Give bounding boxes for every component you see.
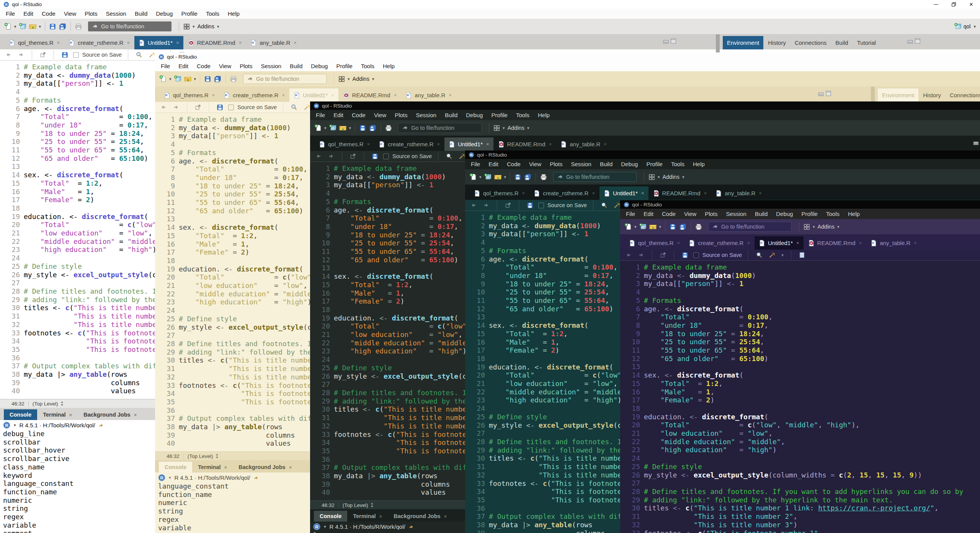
save-all-button[interactable] xyxy=(368,124,378,132)
menu-item-edit[interactable]: Edit xyxy=(329,112,348,118)
env-tab-connections[interactable]: Connections xyxy=(946,88,980,102)
save-button[interactable] xyxy=(358,124,368,132)
pane-layout-caret[interactable]: ▾ xyxy=(812,224,816,229)
new-project-button[interactable] xyxy=(18,22,28,31)
show-directory-icon[interactable] xyxy=(253,475,259,481)
tab-create-rstheme-r[interactable]: Rcreate_rstheme.R× xyxy=(64,36,134,49)
environment-pane-window-buttons[interactable] xyxy=(906,38,923,44)
tab-close-icon[interactable]: × xyxy=(521,190,525,196)
tab-close-icon[interactable]: × xyxy=(448,92,452,98)
tab-close-icon[interactable]: × xyxy=(436,141,440,147)
save-button[interactable] xyxy=(48,22,57,31)
menu-item-profile[interactable]: Profile xyxy=(177,10,202,17)
menu-item-session[interactable]: Session xyxy=(102,10,131,17)
menu-item-build[interactable]: Build xyxy=(131,10,152,17)
pane-layout-caret[interactable]: ▾ xyxy=(501,126,506,131)
tab-untitled1-[interactable]: RUntitled1*× xyxy=(599,186,648,200)
tab-create-rstheme-r[interactable]: Rcreate_rstheme.R× xyxy=(684,236,754,250)
new-file-button[interactable] xyxy=(623,222,633,231)
new-project-button[interactable] xyxy=(483,172,493,181)
tab-readme-rmd[interactable]: RREADME.Rmd× xyxy=(494,137,556,151)
menu-item-tools[interactable]: Tools xyxy=(512,112,534,118)
tab-close-icon[interactable]: × xyxy=(858,240,862,246)
menu-item-debug[interactable]: Debug xyxy=(462,112,487,118)
tab-create-rstheme-r[interactable]: Rcreate_rstheme.R× xyxy=(529,186,599,200)
menu-item-plots[interactable]: Plots xyxy=(235,63,256,69)
console-tab-close-icon[interactable]: × xyxy=(133,412,137,418)
goto-file-function-input[interactable]: Go to file/function xyxy=(243,74,327,84)
tab-any-table-r[interactable]: Rany_table.R× xyxy=(246,36,301,49)
tab-close-icon[interactable]: × xyxy=(175,40,179,46)
tab-close-icon[interactable]: × xyxy=(293,40,297,46)
menu-item-session[interactable]: Session xyxy=(412,112,441,118)
menu-item-code[interactable]: Code xyxy=(193,63,215,69)
menu-item-help[interactable]: Help xyxy=(224,10,244,17)
source-on-save-checkbox[interactable] xyxy=(73,52,79,58)
console-tab-close-icon[interactable]: × xyxy=(288,464,292,470)
tab-untitled1-[interactable]: RUntitled1*× xyxy=(289,88,338,102)
menu-item-edit[interactable]: Edit xyxy=(19,10,38,17)
tab-close-icon[interactable]: × xyxy=(640,190,644,196)
addins-menu[interactable]: Addins▾ xyxy=(661,174,687,180)
menu-item-tools[interactable]: Tools xyxy=(357,63,379,69)
tab-qol-themes-r[interactable]: Rqol_themes.R× xyxy=(160,88,219,102)
back-button[interactable] xyxy=(314,152,323,160)
menu-item-profile[interactable]: Profile xyxy=(642,161,667,167)
menu-item-debug[interactable]: Debug xyxy=(307,63,332,69)
editor-save-button[interactable] xyxy=(525,201,535,210)
console-tab-console[interactable]: Console xyxy=(4,409,37,420)
menu-item-file[interactable]: File xyxy=(157,63,174,69)
tab-readme-rmd[interactable]: RREADME.Rmd× xyxy=(649,186,711,200)
tab-create-rstheme-r[interactable]: Rcreate_rstheme.R× xyxy=(374,137,444,151)
show-directory-icon[interactable] xyxy=(98,423,104,428)
source-on-save-checkbox[interactable] xyxy=(538,203,544,208)
tab-readme-rmd[interactable]: RREADME.Rmd× xyxy=(339,88,401,102)
menu-item-help[interactable]: Help xyxy=(844,211,864,217)
console-tab-console[interactable]: Console xyxy=(159,462,192,473)
scope-selector[interactable]: (Top Level) xyxy=(188,453,219,459)
save-all-button[interactable] xyxy=(57,22,68,31)
pane-layout-button[interactable] xyxy=(802,222,812,231)
open-in-window-button[interactable] xyxy=(193,103,203,111)
menu-item-edit[interactable]: Edit xyxy=(484,161,503,167)
new-file-caret[interactable]: ▾ xyxy=(633,224,638,229)
addins-menu[interactable]: Addins▾ xyxy=(506,125,532,131)
pane-layout-caret[interactable]: ▾ xyxy=(657,175,661,180)
open-file-caret[interactable]: ▾ xyxy=(658,224,663,229)
open-file-caret[interactable]: ▾ xyxy=(503,175,508,180)
console-tab-console[interactable]: Console xyxy=(314,511,347,522)
env-tab-environment[interactable]: Environment xyxy=(723,36,763,49)
tab-untitled1-[interactable]: RUntitled1*× xyxy=(134,36,183,49)
forward-button[interactable] xyxy=(172,103,181,111)
source-on-save-checkbox[interactable] xyxy=(383,154,389,159)
menu-item-file[interactable]: File xyxy=(467,161,484,167)
r-version-caret[interactable]: ▾ xyxy=(13,423,17,428)
menu-item-debug[interactable]: Debug xyxy=(617,161,642,167)
menu-item-session[interactable]: Session xyxy=(567,161,596,167)
new-project-button[interactable] xyxy=(173,74,183,83)
tab-untitled1-[interactable]: RUntitled1*× xyxy=(444,137,493,151)
menu-item-code[interactable]: Code xyxy=(38,10,60,17)
print-button[interactable] xyxy=(229,75,238,83)
menu-item-file[interactable]: File xyxy=(622,211,639,217)
console-tab-background-jobs[interactable]: Background Jobs× xyxy=(388,511,452,522)
open-in-window-button[interactable] xyxy=(38,51,47,59)
open-file-button[interactable] xyxy=(493,172,503,181)
tab-close-icon[interactable]: × xyxy=(485,141,489,147)
goto-file-function-input[interactable]: Go to file/function xyxy=(398,123,482,133)
tab-untitled1-[interactable]: RUntitled1*× xyxy=(755,236,804,250)
console-tab-close-icon[interactable]: × xyxy=(443,513,447,519)
tab-qol-themes-r[interactable]: Rqol_themes.R× xyxy=(315,137,374,151)
open-in-window-button[interactable] xyxy=(658,251,668,259)
env-tab-build[interactable]: Build xyxy=(831,36,852,49)
source-on-save-checkbox[interactable] xyxy=(228,105,234,110)
tab-close-icon[interactable]: × xyxy=(703,190,707,196)
tab-close-icon[interactable]: × xyxy=(746,240,750,246)
tab-close-icon[interactable]: × xyxy=(676,240,680,246)
forward-button[interactable] xyxy=(16,51,26,59)
editor-save-button[interactable] xyxy=(370,152,380,161)
new-file-caret[interactable]: ▾ xyxy=(323,126,328,131)
tab-qol-themes-r[interactable]: Rqol_themes.R× xyxy=(625,236,684,250)
menu-item-tools[interactable]: Tools xyxy=(822,211,844,217)
print-button[interactable] xyxy=(384,124,394,132)
